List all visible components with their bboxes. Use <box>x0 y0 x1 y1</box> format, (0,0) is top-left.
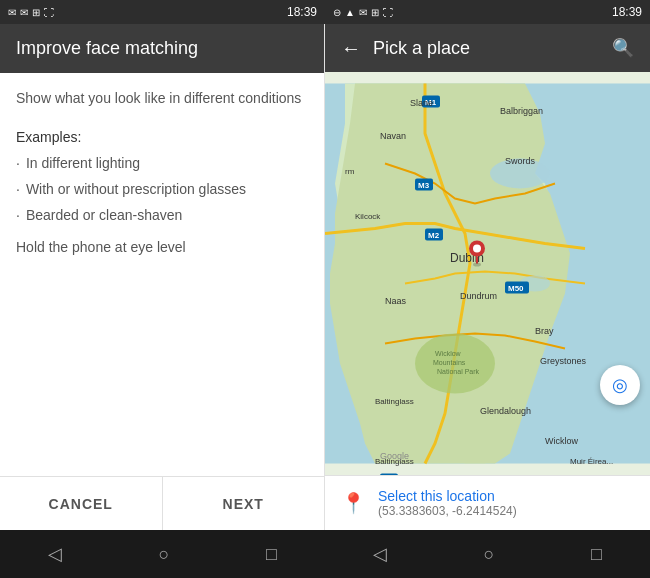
grid-icon: ⊞ <box>32 7 40 18</box>
right-panel: ← Pick a place 🔍 <box>325 24 650 530</box>
svg-point-38 <box>473 263 481 267</box>
frame2-icon: ⛶ <box>383 7 393 18</box>
right-header: ← Pick a place 🔍 <box>325 24 650 72</box>
cancel-button[interactable]: CANCEL <box>0 477 163 530</box>
svg-text:Slane: Slane <box>410 98 433 108</box>
svg-text:Balbriggan: Balbriggan <box>500 106 543 116</box>
grid2-icon: ⊞ <box>371 7 379 18</box>
recents-nav-button[interactable]: □ <box>258 536 285 573</box>
nav-bar: ◁ ○ □ ◁ ○ □ <box>0 530 650 578</box>
example-1-text: In different lighting <box>26 155 140 171</box>
examples-label: Examples: <box>16 129 308 145</box>
svg-text:Mountains: Mountains <box>433 359 466 366</box>
svg-text:Kilcock: Kilcock <box>355 212 381 221</box>
home-nav-button-right[interactable]: ○ <box>476 536 503 573</box>
svg-text:Dundrum: Dundrum <box>460 291 497 301</box>
example-3: · Bearded or clean-shaven <box>16 207 308 223</box>
svg-text:M2: M2 <box>428 231 440 240</box>
hold-instruction: Hold the phone at eye level <box>16 239 308 255</box>
left-status-icons: ✉ ✉ ⊞ ⛶ <box>8 7 54 18</box>
right-header-left: ← Pick a place <box>341 37 470 60</box>
back-nav-button-right[interactable]: ◁ <box>365 535 395 573</box>
example-2-text: With or without prescription glasses <box>26 181 246 197</box>
example-3-text: Bearded or clean-shaven <box>26 207 182 223</box>
left-header: Improve face matching <box>0 24 324 73</box>
left-nav-section: ◁ ○ □ <box>0 530 325 578</box>
svg-text:Naas: Naas <box>385 296 407 306</box>
minus-icon: ⊖ <box>333 7 341 18</box>
svg-text:M3: M3 <box>418 181 430 190</box>
right-nav-section: ◁ ○ □ <box>325 530 650 578</box>
svg-text:Greystones: Greystones <box>540 356 587 366</box>
svg-text:Baltinglass: Baltinglass <box>375 397 414 406</box>
svg-text:Glendalough: Glendalough <box>480 406 531 416</box>
svg-text:Wicklow: Wicklow <box>435 350 462 357</box>
left-panel: Improve face matching Show what you look… <box>0 24 325 530</box>
bullet-2: · <box>16 181 20 197</box>
left-description: Show what you look like in different con… <box>16 89 308 109</box>
right-title: Pick a place <box>373 38 470 59</box>
left-footer: CANCEL NEXT <box>0 476 324 530</box>
svg-text:Google: Google <box>380 451 409 461</box>
location-pin-icon: 📍 <box>341 491 366 515</box>
home-nav-button[interactable]: ○ <box>151 536 178 573</box>
left-time: 18:39 <box>287 5 317 19</box>
svg-text:Bray: Bray <box>535 326 554 336</box>
mail2-icon: ✉ <box>20 7 28 18</box>
search-button[interactable]: 🔍 <box>612 37 634 59</box>
location-selector[interactable]: 📍 Select this location (53.3383603, -6.2… <box>325 475 650 530</box>
wifi-icon: ▲ <box>345 7 355 18</box>
left-body: Show what you look like in different con… <box>0 73 324 476</box>
svg-text:Muir Éirea...: Muir Éirea... <box>570 457 613 466</box>
svg-text:Wicklow: Wicklow <box>545 436 578 446</box>
mail3-icon: ✉ <box>359 7 367 18</box>
back-button[interactable]: ← <box>341 37 361 60</box>
svg-point-36 <box>473 245 481 253</box>
location-fab-icon: ◎ <box>612 374 628 396</box>
search-icon: 🔍 <box>612 38 634 58</box>
svg-text:rm: rm <box>345 167 355 176</box>
location-fab[interactable]: ◎ <box>600 365 640 405</box>
location-text: Select this location (53.3383603, -6.241… <box>378 488 517 518</box>
left-status-bar: ✉ ✉ ⊞ ⛶ 18:39 <box>0 0 325 24</box>
location-coords: (53.3383603, -6.2414524) <box>378 504 517 518</box>
svg-text:National Park: National Park <box>437 368 480 375</box>
example-2: · With or without prescription glasses <box>16 181 308 197</box>
right-status-icons: ⊖ ▲ ✉ ⊞ ⛶ <box>333 7 393 18</box>
svg-text:Swords: Swords <box>505 156 536 166</box>
mail-icon: ✉ <box>8 7 16 18</box>
back-nav-button[interactable]: ◁ <box>40 535 70 573</box>
map-svg: Wicklow Mountains National Park Navan rm… <box>325 72 650 475</box>
bullet-1: · <box>16 155 20 171</box>
recents-nav-button-right[interactable]: □ <box>583 536 610 573</box>
left-title: Improve face matching <box>16 38 198 58</box>
right-status-bar: ⊖ ▲ ✉ ⊞ ⛶ 18:39 <box>325 0 650 24</box>
bullet-3: · <box>16 207 20 223</box>
svg-text:Navan: Navan <box>380 131 406 141</box>
next-button[interactable]: NEXT <box>163 477 325 530</box>
right-time: 18:39 <box>612 5 642 19</box>
frame-icon: ⛶ <box>44 7 54 18</box>
example-1: · In different lighting <box>16 155 308 171</box>
location-select-label: Select this location <box>378 488 517 504</box>
svg-text:M50: M50 <box>508 284 524 293</box>
map-area[interactable]: Wicklow Mountains National Park Navan rm… <box>325 72 650 475</box>
